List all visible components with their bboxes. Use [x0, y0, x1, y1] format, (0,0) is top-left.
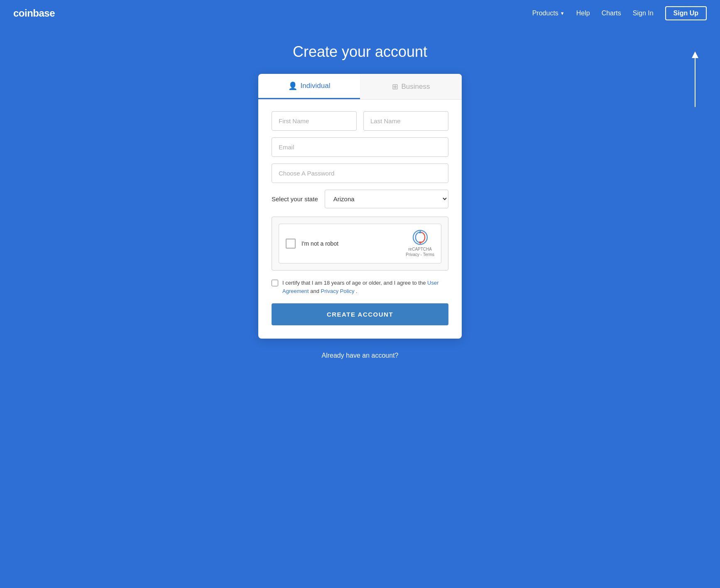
main-content: Create your account 👤 Individual ⊞ Busin…: [0, 27, 720, 588]
products-label: Products: [532, 10, 558, 17]
recaptcha-left: I'm not a robot: [286, 239, 338, 249]
recaptcha-privacy-link[interactable]: Privacy: [406, 252, 419, 257]
terms-period: .: [356, 288, 358, 294]
terms-row: I certify that I am 18 years of age or o…: [272, 279, 448, 295]
signup-card: 👤 Individual ⊞ Business: [258, 74, 462, 339]
account-type-tabs: 👤 Individual ⊞ Business: [258, 74, 462, 100]
first-name-input[interactable]: [272, 111, 357, 131]
recaptcha-brand: reCAPTCHA Privacy - Terms: [406, 246, 434, 257]
email-row: [272, 137, 448, 157]
charts-link[interactable]: Charts: [602, 10, 621, 17]
recaptcha-checkbox[interactable]: [286, 239, 296, 249]
tab-business-label: Business: [402, 83, 430, 91]
business-icon: ⊞: [392, 82, 398, 91]
already-account-text: Already have an account?: [321, 352, 398, 359]
privacy-policy-link[interactable]: Privacy Policy: [321, 288, 355, 294]
tab-individual[interactable]: 👤 Individual: [258, 74, 360, 99]
recaptcha-wrapper: I'm not a robot reCAPTCHA: [272, 217, 448, 271]
recaptcha-right: reCAPTCHA Privacy - Terms: [406, 230, 434, 257]
arrow-line: [695, 57, 696, 107]
help-link[interactable]: Help: [576, 10, 590, 17]
navigation: coinbase Products ▼ Help Charts Sign In …: [0, 0, 720, 27]
terms-and-text: and: [310, 288, 319, 294]
email-input[interactable]: [272, 137, 448, 157]
individual-icon: 👤: [288, 81, 297, 90]
email-group: [272, 137, 448, 157]
recaptcha-privacy-terms: Privacy - Terms: [406, 252, 434, 257]
tab-individual-label: Individual: [301, 82, 331, 90]
name-row: [272, 111, 448, 131]
recaptcha-logo-icon: [413, 230, 428, 245]
form-body: Select your state Arizona Alabama Alaska…: [258, 100, 462, 339]
tab-business[interactable]: ⊞ Business: [360, 74, 462, 99]
password-row: [272, 163, 448, 183]
create-account-button[interactable]: CREATE ACCOUNT: [272, 303, 448, 325]
terms-checkbox[interactable]: [272, 280, 278, 286]
signup-button[interactable]: Sign Up: [665, 6, 707, 20]
chevron-down-icon: ▼: [560, 11, 565, 16]
terms-text: I certify that I am 18 years of age or o…: [282, 279, 448, 295]
arrow-annotation: [692, 51, 698, 107]
first-name-group: [272, 111, 357, 131]
last-name-input[interactable]: [363, 111, 448, 131]
nav-links: Products ▼ Help Charts Sign In Sign Up: [532, 6, 707, 20]
recaptcha-brand-name: reCAPTCHA: [406, 246, 434, 252]
signin-link[interactable]: Sign In: [633, 10, 654, 17]
password-group: [272, 163, 448, 183]
recaptcha-inner: I'm not a robot reCAPTCHA: [279, 224, 441, 264]
state-row: Select your state Arizona Alabama Alaska…: [272, 190, 448, 208]
state-select[interactable]: Arizona Alabama Alaska California Colora…: [325, 190, 448, 208]
recaptcha-terms-link[interactable]: Terms: [423, 252, 434, 257]
recaptcha-text: I'm not a robot: [301, 240, 338, 247]
password-input[interactable]: [272, 163, 448, 183]
page-title: Create your account: [293, 43, 427, 61]
terms-certify-text: I certify that I am 18 years of age or o…: [282, 280, 426, 286]
logo[interactable]: coinbase: [13, 7, 55, 19]
products-menu[interactable]: Products ▼: [532, 10, 565, 17]
last-name-group: [363, 111, 448, 131]
state-label: Select your state: [272, 195, 318, 203]
